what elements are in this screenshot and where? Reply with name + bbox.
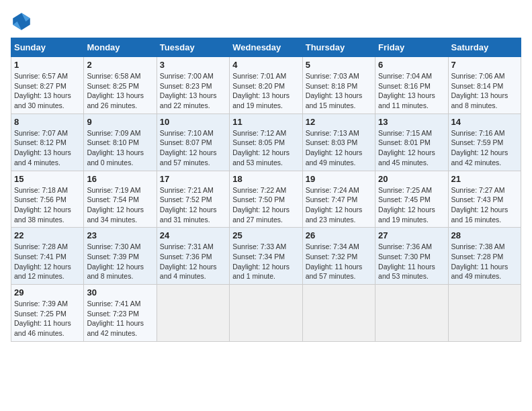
day-number: 8 bbox=[14, 117, 81, 127]
calendar-cell: 17 Sunrise: 7:21 AMSunset: 7:52 PMDaylig… bbox=[157, 171, 229, 228]
calendar-cell: 29 Sunrise: 7:39 AMSunset: 7:25 PMDaylig… bbox=[11, 285, 84, 342]
day-number: 18 bbox=[232, 174, 299, 184]
day-number: 25 bbox=[232, 230, 299, 240]
day-number: 2 bbox=[87, 60, 153, 70]
day-detail: Sunrise: 7:03 AMSunset: 8:18 PMDaylight:… bbox=[306, 71, 372, 111]
logo-icon bbox=[11, 11, 32, 32]
day-number: 3 bbox=[160, 60, 226, 70]
day-detail: Sunrise: 7:12 AMSunset: 8:05 PMDaylight:… bbox=[232, 128, 299, 168]
day-number: 19 bbox=[306, 174, 372, 184]
day-number: 10 bbox=[160, 117, 226, 127]
day-detail: Sunrise: 7:30 AMSunset: 7:39 PMDaylight:… bbox=[87, 242, 153, 281]
calendar-cell: 27 Sunrise: 7:36 AMSunset: 7:30 PMDaylig… bbox=[375, 228, 448, 285]
day-detail: Sunrise: 7:18 AMSunset: 7:56 PMDaylight:… bbox=[14, 185, 81, 225]
weekday-header-sunday: Sunday bbox=[11, 38, 84, 57]
calendar-cell bbox=[302, 285, 375, 342]
calendar-cell: 19 Sunrise: 7:24 AMSunset: 7:47 PMDaylig… bbox=[302, 171, 375, 228]
calendar-cell: 25 Sunrise: 7:33 AMSunset: 7:34 PMDaylig… bbox=[230, 228, 302, 285]
calendar-cell: 23 Sunrise: 7:30 AMSunset: 7:39 PMDaylig… bbox=[84, 228, 157, 285]
day-detail: Sunrise: 7:16 AMSunset: 7:59 PMDaylight:… bbox=[451, 128, 518, 168]
svg-marker-0 bbox=[13, 13, 30, 30]
calendar-cell: 21 Sunrise: 7:27 AMSunset: 7:43 PMDaylig… bbox=[448, 171, 521, 228]
calendar-cell: 13 Sunrise: 7:15 AMSunset: 8:01 PMDaylig… bbox=[375, 113, 448, 171]
calendar-cell: 1 Sunrise: 6:57 AMSunset: 8:27 PMDayligh… bbox=[11, 57, 84, 114]
calendar-cell: 30 Sunrise: 7:41 AMSunset: 7:23 PMDaylig… bbox=[84, 285, 157, 342]
day-number: 9 bbox=[87, 117, 153, 127]
day-number: 26 bbox=[306, 230, 372, 240]
day-number: 1 bbox=[14, 60, 81, 70]
calendar-cell: 12 Sunrise: 7:13 AMSunset: 8:03 PMDaylig… bbox=[302, 113, 375, 171]
calendar-cell bbox=[375, 285, 448, 342]
calendar-cell: 20 Sunrise: 7:25 AMSunset: 7:45 PMDaylig… bbox=[375, 171, 448, 228]
day-detail: Sunrise: 7:09 AMSunset: 8:10 PMDaylight:… bbox=[87, 128, 153, 168]
calendar-cell bbox=[230, 285, 302, 342]
day-detail: Sunrise: 7:25 AMSunset: 7:45 PMDaylight:… bbox=[378, 185, 445, 225]
weekday-header-monday: Monday bbox=[84, 38, 157, 57]
day-detail: Sunrise: 7:22 AMSunset: 7:50 PMDaylight:… bbox=[232, 185, 299, 225]
calendar-cell: 7 Sunrise: 7:06 AMSunset: 8:14 PMDayligh… bbox=[448, 57, 521, 114]
calendar-cell: 14 Sunrise: 7:16 AMSunset: 7:59 PMDaylig… bbox=[448, 113, 521, 171]
day-number: 14 bbox=[451, 117, 518, 127]
day-number: 15 bbox=[14, 174, 81, 184]
weekday-header-wednesday: Wednesday bbox=[230, 38, 302, 57]
day-detail: Sunrise: 7:07 AMSunset: 8:12 PMDaylight:… bbox=[14, 128, 81, 168]
day-number: 11 bbox=[232, 117, 299, 127]
weekday-header-friday: Friday bbox=[375, 38, 448, 57]
day-detail: Sunrise: 7:31 AMSunset: 7:36 PMDaylight:… bbox=[160, 242, 226, 281]
day-detail: Sunrise: 7:27 AMSunset: 7:43 PMDaylight:… bbox=[451, 185, 518, 225]
calendar-table: SundayMondayTuesdayWednesdayThursdayFrid… bbox=[11, 38, 521, 342]
calendar-cell: 9 Sunrise: 7:09 AMSunset: 8:10 PMDayligh… bbox=[84, 113, 157, 171]
day-number: 7 bbox=[451, 60, 518, 70]
day-detail: Sunrise: 7:10 AMSunset: 8:07 PMDaylight:… bbox=[160, 128, 226, 168]
day-detail: Sunrise: 7:01 AMSunset: 8:20 PMDaylight:… bbox=[232, 71, 299, 111]
calendar-cell: 8 Sunrise: 7:07 AMSunset: 8:12 PMDayligh… bbox=[11, 113, 84, 171]
day-number: 27 bbox=[378, 230, 445, 240]
day-number: 24 bbox=[160, 230, 226, 240]
day-detail: Sunrise: 7:06 AMSunset: 8:14 PMDaylight:… bbox=[451, 71, 518, 111]
calendar-cell: 2 Sunrise: 6:58 AMSunset: 8:25 PMDayligh… bbox=[84, 57, 157, 114]
calendar-cell: 18 Sunrise: 7:22 AMSunset: 7:50 PMDaylig… bbox=[230, 171, 302, 228]
day-detail: Sunrise: 7:34 AMSunset: 7:32 PMDaylight:… bbox=[306, 242, 372, 281]
day-detail: Sunrise: 7:28 AMSunset: 7:41 PMDaylight:… bbox=[14, 242, 81, 281]
calendar-cell bbox=[157, 285, 229, 342]
day-number: 30 bbox=[87, 287, 153, 298]
day-detail: Sunrise: 7:21 AMSunset: 7:52 PMDaylight:… bbox=[160, 185, 226, 225]
logo bbox=[11, 11, 35, 32]
calendar-cell: 24 Sunrise: 7:31 AMSunset: 7:36 PMDaylig… bbox=[157, 228, 229, 285]
day-detail: Sunrise: 7:39 AMSunset: 7:25 PMDaylight:… bbox=[14, 299, 81, 338]
day-number: 12 bbox=[306, 117, 372, 127]
weekday-header-thursday: Thursday bbox=[302, 38, 375, 57]
day-number: 28 bbox=[451, 230, 518, 240]
calendar-cell: 22 Sunrise: 7:28 AMSunset: 7:41 PMDaylig… bbox=[11, 228, 84, 285]
day-detail: Sunrise: 7:41 AMSunset: 7:23 PMDaylight:… bbox=[87, 299, 153, 338]
calendar-cell: 4 Sunrise: 7:01 AMSunset: 8:20 PMDayligh… bbox=[230, 57, 302, 114]
calendar-cell: 16 Sunrise: 7:19 AMSunset: 7:54 PMDaylig… bbox=[84, 171, 157, 228]
day-detail: Sunrise: 6:58 AMSunset: 8:25 PMDaylight:… bbox=[87, 71, 153, 111]
day-detail: Sunrise: 7:13 AMSunset: 8:03 PMDaylight:… bbox=[306, 128, 372, 168]
day-number: 17 bbox=[160, 174, 226, 184]
day-number: 6 bbox=[378, 60, 445, 70]
day-number: 13 bbox=[378, 117, 445, 127]
calendar-cell bbox=[448, 285, 521, 342]
day-detail: Sunrise: 7:19 AMSunset: 7:54 PMDaylight:… bbox=[87, 185, 153, 225]
day-number: 23 bbox=[87, 230, 153, 240]
day-detail: Sunrise: 6:57 AMSunset: 8:27 PMDaylight:… bbox=[14, 71, 81, 111]
day-number: 16 bbox=[87, 174, 153, 184]
calendar-cell: 15 Sunrise: 7:18 AMSunset: 7:56 PMDaylig… bbox=[11, 171, 84, 228]
calendar-cell: 5 Sunrise: 7:03 AMSunset: 8:18 PMDayligh… bbox=[302, 57, 375, 114]
day-detail: Sunrise: 7:24 AMSunset: 7:47 PMDaylight:… bbox=[306, 185, 372, 225]
day-detail: Sunrise: 7:15 AMSunset: 8:01 PMDaylight:… bbox=[378, 128, 445, 168]
weekday-header-tuesday: Tuesday bbox=[157, 38, 229, 57]
day-number: 20 bbox=[378, 174, 445, 184]
calendar-cell: 11 Sunrise: 7:12 AMSunset: 8:05 PMDaylig… bbox=[230, 113, 302, 171]
weekday-header-saturday: Saturday bbox=[448, 38, 521, 57]
day-detail: Sunrise: 7:33 AMSunset: 7:34 PMDaylight:… bbox=[232, 242, 299, 281]
day-number: 4 bbox=[232, 60, 299, 70]
calendar-cell: 6 Sunrise: 7:04 AMSunset: 8:16 PMDayligh… bbox=[375, 57, 448, 114]
calendar-cell: 26 Sunrise: 7:34 AMSunset: 7:32 PMDaylig… bbox=[302, 228, 375, 285]
day-detail: Sunrise: 7:36 AMSunset: 7:30 PMDaylight:… bbox=[378, 242, 445, 281]
day-detail: Sunrise: 7:04 AMSunset: 8:16 PMDaylight:… bbox=[378, 71, 445, 111]
day-detail: Sunrise: 7:00 AMSunset: 8:23 PMDaylight:… bbox=[160, 71, 226, 111]
day-number: 5 bbox=[306, 60, 372, 70]
page-header bbox=[11, 11, 521, 32]
